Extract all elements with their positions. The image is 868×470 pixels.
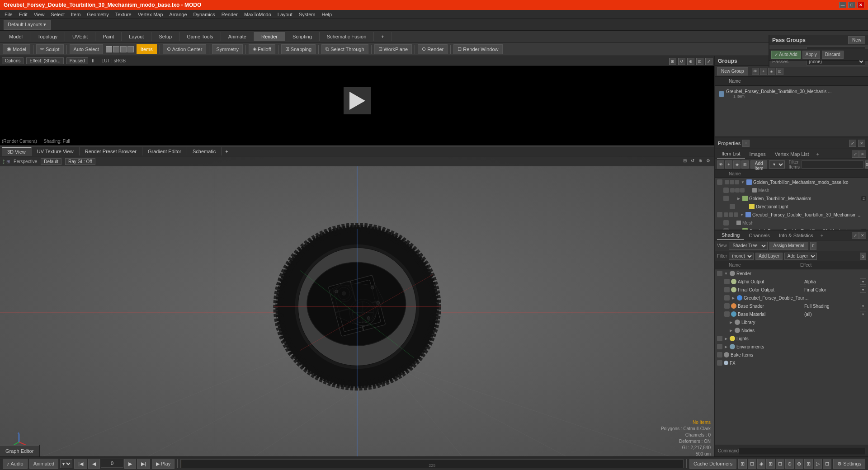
new-group-btn[interactable]: New Group (717, 67, 748, 75)
viewport-refresh-icon[interactable]: ↺ (691, 158, 697, 164)
shader-expand-environments[interactable]: ▶ (724, 344, 728, 349)
select-icon-1[interactable] (106, 46, 112, 52)
groups-icon-4[interactable]: ⊡ (776, 68, 783, 75)
perspective-label[interactable]: Perspective (14, 159, 37, 164)
menu-help[interactable]: Help (319, 11, 335, 18)
menu-geometry[interactable]: Geometry (84, 11, 111, 18)
shader-expand-library[interactable]: ▶ (729, 320, 733, 324)
close-btn[interactable]: ✕ (857, 2, 864, 8)
options-btn[interactable]: Options (2, 57, 24, 64)
pb-icon-9[interactable]: ▷ (814, 459, 822, 469)
fit-icon[interactable]: ⊡ (696, 58, 703, 65)
items-lock-btn[interactable]: ◈ (733, 160, 741, 169)
pb-icon-1[interactable]: ⊞ (738, 459, 747, 469)
item-row-group2[interactable]: ▶ Greubel_Forsey_Double_Tourbillon_30_Me… (722, 227, 868, 230)
add-item-btn[interactable]: Add Item (750, 160, 767, 169)
new-pass-btn[interactable]: New (848, 36, 865, 44)
properties-add-btn[interactable]: + (742, 140, 750, 147)
shader-row-render[interactable]: ▼ Render (715, 269, 868, 277)
shader-expand-greubel[interactable]: ▶ (731, 296, 736, 300)
tab-schematic-fusion[interactable]: Schematic Fusion (320, 32, 374, 41)
pb-icon-4[interactable]: ⊞ (766, 459, 775, 469)
item-eye-light1[interactable] (730, 204, 735, 209)
default-layouts-selector[interactable]: Default Layouts ▾ (4, 20, 51, 30)
menu-texture[interactable]: Texture (113, 11, 134, 18)
tab-topology[interactable]: Topology (30, 32, 65, 41)
viewport-tab-3d[interactable]: 3D View (2, 147, 32, 156)
assign-f-btn[interactable]: F (810, 242, 816, 250)
ray-gl-btn[interactable]: Ray GL: Off (65, 158, 95, 165)
shader-row-alpha[interactable]: Alpha Output Alpha ▾ (715, 277, 868, 286)
shader-eye-finalcolor[interactable] (724, 287, 730, 292)
shader-row-fx[interactable]: FX (715, 359, 868, 367)
shader-close-btn[interactable]: ✕ (859, 232, 866, 239)
next-frame-btn[interactable]: ▶ (124, 459, 136, 469)
graph-editor-tab[interactable]: Graph Editor (0, 445, 40, 456)
menu-system[interactable]: System (296, 11, 318, 18)
add-layer-select[interactable]: Add Layer (784, 253, 817, 260)
zoom-icon[interactable]: ⊕ (687, 58, 694, 65)
items-close-btn[interactable]: ✕ (859, 150, 866, 158)
default-view-btn[interactable]: Default (41, 158, 61, 165)
item-row-mesh2[interactable]: Mesh (722, 219, 868, 227)
auto-add-btn[interactable]: ✓ Auto Add (771, 51, 801, 59)
pb-icon-6[interactable]: ⊙ (785, 459, 794, 469)
items-expand-btn[interactable]: ⤢ (852, 150, 859, 158)
snapping-btn[interactable]: ⊞ Snapping (281, 44, 316, 54)
select-icon-3[interactable] (120, 46, 127, 52)
viewport-tab-gradient[interactable]: Gradient Editor (142, 147, 187, 155)
groups-icon-3[interactable]: ◈ (768, 68, 775, 75)
item-row-file1[interactable]: ▼ Golden_Tourbillon_Mechanism_modo_base.… (715, 178, 868, 186)
window-controls[interactable]: — □ ✕ (839, 2, 864, 8)
viewport-tab-schematic[interactable]: Schematic (187, 147, 222, 155)
audio-btn[interactable]: ♪ Audio (3, 459, 28, 469)
render-window-btn[interactable]: ⊟ Render Window (453, 44, 502, 54)
settings-btn[interactable]: ⚙ Settings (833, 459, 865, 469)
prev-keyframe-btn[interactable]: |◀ (74, 459, 87, 469)
filter-s-btn[interactable]: S (865, 160, 868, 169)
menu-vertex-map[interactable]: Vertex Map (135, 11, 166, 18)
shader-eye-baseshader[interactable] (724, 303, 730, 309)
shader-expand-nodes[interactable]: ▶ (729, 328, 733, 333)
cache-deformers-btn[interactable]: Cache Deformers (689, 459, 736, 469)
tab-model[interactable]: Model (2, 32, 30, 41)
shader-row-environments[interactable]: ▶ Environments (715, 343, 868, 351)
item-eye-file2[interactable] (717, 212, 722, 217)
menu-maxtomodo[interactable]: MaxToModo (241, 11, 274, 18)
model-mode-btn[interactable]: ◉ Model (3, 44, 30, 54)
shader-expand-render[interactable]: ▼ (724, 271, 728, 276)
pb-icon-8[interactable]: ⊞ (804, 459, 813, 469)
group-item-1[interactable]: Greubel_Forsey_Double_Tourbillon_30_Mech… (717, 88, 866, 100)
properties-expand-btn[interactable]: ⤢ (849, 140, 856, 147)
discard-btn[interactable]: Discard (822, 51, 844, 59)
items-tab-add[interactable]: + (813, 150, 821, 158)
auto-select-btn[interactable]: Auto Select (70, 44, 103, 54)
viewport-tab-add[interactable]: + (222, 147, 231, 155)
shader-row-greubel[interactable]: ▶ Greubel_Forsey_Double_Tourbillon_30_ .… (715, 294, 868, 302)
item-row-group1[interactable]: ▶ Golden_Tourbillon_Mechanism 2 (722, 194, 868, 202)
items-eye-btn[interactable]: 👁 (717, 160, 724, 169)
viewport-gear-icon[interactable]: ⚙ (706, 158, 712, 164)
add-layer-btn[interactable]: Add Layer (755, 253, 783, 260)
pb-icon-10[interactable]: ⊡ (823, 459, 831, 469)
item-row-file2[interactable]: ▼ Greubel_Forsey_Double_Tourbillon_30_Me… (715, 211, 868, 219)
select-through-btn[interactable]: ⧉ Select Through (321, 44, 368, 54)
apply-btn[interactable]: Apply (802, 51, 820, 59)
menu-dynamics[interactable]: Dynamics (191, 11, 218, 18)
pb-icon-3[interactable]: ◈ (757, 459, 765, 469)
shader-eye-lights[interactable] (717, 336, 722, 341)
shader-row-library[interactable]: ▶ Library (715, 318, 868, 326)
shader-row-nodes[interactable]: ▶ Nodes (715, 326, 868, 334)
shader-eye-basematerial[interactable] (724, 311, 730, 317)
tab-game-tools[interactable]: Game Tools (179, 32, 221, 41)
viewport-settings-icon[interactable]: ⊞ (683, 158, 689, 164)
shader-row-finalcolor[interactable]: Final Color Output Final Color ▾ (715, 286, 868, 294)
item-expand-group1[interactable]: ▶ (736, 196, 741, 201)
shader-tab-info[interactable]: Info & Statistics (774, 231, 818, 240)
baseshader-arrow[interactable]: ▾ (860, 303, 866, 309)
sculpt-mode-btn[interactable]: ✏ Sculpt (36, 44, 64, 54)
item-expand-1[interactable]: ▼ (741, 180, 745, 184)
item-row-light1[interactable]: Directional Light (728, 202, 868, 211)
time-input[interactable] (101, 459, 123, 468)
shader-filter-select[interactable]: (none) (729, 253, 754, 260)
